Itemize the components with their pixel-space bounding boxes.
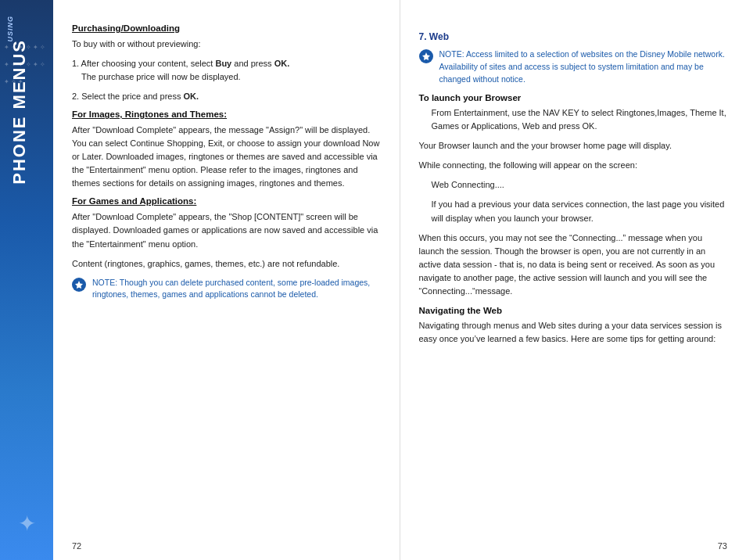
step1-ok: OK.: [274, 59, 290, 68]
step1-prefix: 1. After choosing your content, select: [72, 59, 213, 68]
sidebar: USING PHONE MENUS ✦: [0, 0, 53, 560]
connecting-text: Web Connecting....: [419, 178, 728, 192]
page-left: Purchasing/Downloading To buy with or wi…: [53, 0, 400, 560]
step2-prefix: 2. Select the price and press: [72, 92, 181, 101]
when-body: When this occurs, you may not see the “C…: [419, 232, 728, 298]
games-body1: After "Download Complete" appears, the "…: [72, 210, 381, 250]
note-box-right: NOTE: Access limited to a selection of w…: [419, 48, 728, 85]
step1-cont: The purchase price will now be displayed…: [72, 70, 241, 84]
games-title: For Games and Applications:: [72, 196, 381, 206]
main-content: Purchasing/Downloading To buy with or wi…: [53, 0, 746, 560]
launch-title: To launch your Browser: [419, 93, 728, 102]
images-title: For Images, Ringtones and Themes:: [72, 109, 381, 119]
page-right: 7. Web NOTE: Access limited to a selecti…: [400, 0, 747, 560]
games-body2: Content (ringtones, graphics, games, the…: [72, 257, 381, 271]
previous-body: If you had a previous your data services…: [419, 198, 728, 224]
images-body: After "Download Complete" appears, the m…: [72, 124, 381, 190]
nav-title: Navigating the Web: [419, 306, 728, 315]
note-icon-right: [419, 49, 433, 63]
sidebar-cross-icon: ✦: [18, 511, 36, 537]
sidebar-title: PHONE MENUS: [11, 39, 28, 185]
note-text-left: NOTE: Though you can delete purchased co…: [92, 277, 381, 302]
section-heading: 7. Web: [419, 31, 728, 42]
note-box-left: NOTE: Though you can delete purchased co…: [72, 277, 381, 302]
sidebar-using-label: USING: [6, 16, 14, 42]
purchasing-title: Purchasing/Downloading: [72, 23, 381, 33]
step1-buy: Buy: [215, 59, 231, 68]
launch-body: From Entertainment, use the NAV KEY to s…: [419, 106, 728, 133]
svg-marker-0: [75, 281, 83, 289]
step1-text: 1. After choosing your content, select B…: [72, 57, 381, 84]
connecting-body: While connecting, the following will app…: [419, 159, 728, 172]
purchasing-intro: To buy with or without previewing:: [72, 38, 381, 51]
page-number-left: 72: [72, 541, 81, 551]
page-number-right: 73: [718, 541, 727, 551]
note-icon-left: [72, 278, 86, 292]
browser-body: Your Browser launch and the your browser…: [419, 139, 728, 153]
step1-and: and press: [234, 59, 271, 68]
star-icon: [74, 280, 84, 289]
svg-marker-1: [422, 52, 430, 60]
step2-text: 2. Select the price and press OK.: [72, 90, 381, 103]
note-text-right: NOTE: Access limited to a selection of w…: [439, 48, 728, 85]
star-icon-right: [421, 52, 431, 61]
step2-ok: OK.: [183, 92, 199, 101]
nav-body: Navigating through menus and Web sites d…: [419, 319, 728, 346]
